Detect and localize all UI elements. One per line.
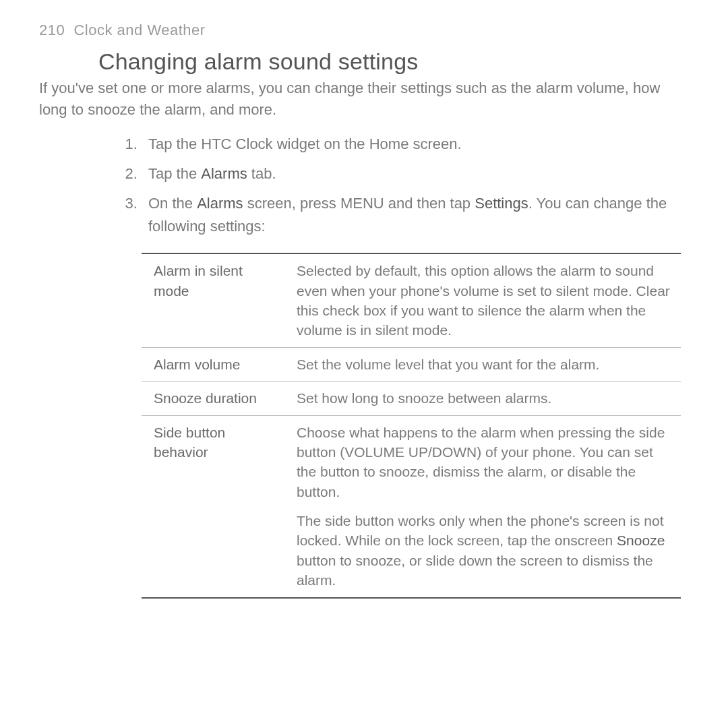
setting-desc: Set how long to snooze between alarms. [284, 382, 681, 415]
step-2-text-c: tab. [247, 165, 276, 182]
setting-label: Side button behavior [142, 415, 284, 508]
table-row: The side button works only when the phon… [142, 508, 681, 598]
steps-list: Tap the HTC Clock widget on the Home scr… [39, 133, 689, 238]
document-page: 210 Clock and Weather Changing alarm sou… [0, 0, 728, 599]
table-row: Alarm volume Set the volume level that y… [142, 347, 681, 381]
setting-label: Snooze duration [142, 382, 284, 415]
setting-label-empty [142, 508, 284, 598]
table-row: Snooze duration Set how long to snooze b… [142, 382, 681, 415]
settings-table: Alarm in silent mode Selected by default… [142, 253, 681, 598]
section-title: Changing alarm sound settings [98, 49, 689, 75]
intro-paragraph: If you've set one or more alarms, you ca… [39, 78, 689, 121]
step-2-text-a: Tap the [148, 165, 201, 182]
chapter-title: Clock and Weather [73, 22, 205, 38]
table-row: Side button behavior Choose what happens… [142, 415, 681, 508]
page-number: 210 [39, 22, 65, 38]
step-3-text-a: On the [148, 195, 197, 212]
setting-desc-extra: The side button works only when the phon… [284, 508, 681, 598]
step-3-text-c: screen, press MENU and then tap [243, 195, 475, 212]
extra-text-a: The side button works only when the phon… [297, 513, 664, 548]
setting-label: Alarm volume [142, 347, 284, 381]
setting-label: Alarm in silent mode [142, 253, 284, 347]
setting-desc: Choose what happens to the alarm when pr… [284, 415, 681, 508]
setting-desc: Set the volume level that you want for t… [284, 347, 681, 381]
setting-desc: Selected by default, this option allows … [284, 253, 681, 347]
running-header: 210 Clock and Weather [39, 22, 689, 39]
step-3: On the Alarms screen, press MENU and the… [142, 192, 689, 238]
step-3-bold-2: Settings [475, 195, 528, 212]
extra-text-c: button to snooze, or slide down the scre… [297, 553, 653, 588]
step-1-text: Tap the HTC Clock widget on the Home scr… [148, 135, 462, 152]
extra-text-bold: Snooze [617, 533, 665, 548]
table-row: Alarm in silent mode Selected by default… [142, 253, 681, 347]
step-2-bold: Alarms [201, 165, 247, 182]
step-2: Tap the Alarms tab. [142, 162, 689, 185]
step-3-bold-1: Alarms [197, 195, 243, 212]
step-1: Tap the HTC Clock widget on the Home scr… [142, 133, 689, 156]
